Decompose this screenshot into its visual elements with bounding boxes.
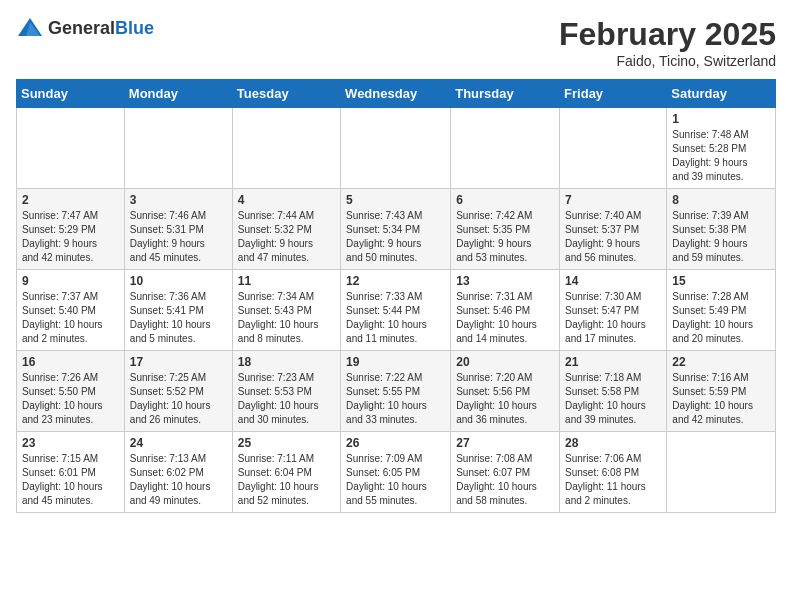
- calendar-day: 10Sunrise: 7:36 AM Sunset: 5:41 PM Dayli…: [124, 270, 232, 351]
- day-number: 22: [672, 355, 770, 369]
- calendar-header-row: SundayMondayTuesdayWednesdayThursdayFrid…: [17, 80, 776, 108]
- calendar-day: 6Sunrise: 7:42 AM Sunset: 5:35 PM Daylig…: [451, 189, 560, 270]
- calendar-day: 13Sunrise: 7:31 AM Sunset: 5:46 PM Dayli…: [451, 270, 560, 351]
- calendar-header-sunday: Sunday: [17, 80, 125, 108]
- day-info: Sunrise: 7:11 AM Sunset: 6:04 PM Dayligh…: [238, 452, 335, 508]
- day-info: Sunrise: 7:28 AM Sunset: 5:49 PM Dayligh…: [672, 290, 770, 346]
- day-number: 20: [456, 355, 554, 369]
- calendar-header-tuesday: Tuesday: [232, 80, 340, 108]
- day-info: Sunrise: 7:06 AM Sunset: 6:08 PM Dayligh…: [565, 452, 661, 508]
- day-number: 8: [672, 193, 770, 207]
- calendar-day: 17Sunrise: 7:25 AM Sunset: 5:52 PM Dayli…: [124, 351, 232, 432]
- day-number: 19: [346, 355, 445, 369]
- calendar-day: 20Sunrise: 7:20 AM Sunset: 5:56 PM Dayli…: [451, 351, 560, 432]
- calendar-day: 28Sunrise: 7:06 AM Sunset: 6:08 PM Dayli…: [560, 432, 667, 513]
- calendar-day: 3Sunrise: 7:46 AM Sunset: 5:31 PM Daylig…: [124, 189, 232, 270]
- day-number: 16: [22, 355, 119, 369]
- day-info: Sunrise: 7:39 AM Sunset: 5:38 PM Dayligh…: [672, 209, 770, 265]
- day-number: 11: [238, 274, 335, 288]
- calendar-day: 5Sunrise: 7:43 AM Sunset: 5:34 PM Daylig…: [341, 189, 451, 270]
- day-info: Sunrise: 7:33 AM Sunset: 5:44 PM Dayligh…: [346, 290, 445, 346]
- calendar-day: [560, 108, 667, 189]
- month-title: February 2025: [559, 16, 776, 53]
- calendar-day: 12Sunrise: 7:33 AM Sunset: 5:44 PM Dayli…: [341, 270, 451, 351]
- logo: GeneralBlue: [16, 16, 154, 40]
- calendar-day: 24Sunrise: 7:13 AM Sunset: 6:02 PM Dayli…: [124, 432, 232, 513]
- day-info: Sunrise: 7:26 AM Sunset: 5:50 PM Dayligh…: [22, 371, 119, 427]
- day-info: Sunrise: 7:40 AM Sunset: 5:37 PM Dayligh…: [565, 209, 661, 265]
- day-info: Sunrise: 7:48 AM Sunset: 5:28 PM Dayligh…: [672, 128, 770, 184]
- day-info: Sunrise: 7:37 AM Sunset: 5:40 PM Dayligh…: [22, 290, 119, 346]
- day-number: 24: [130, 436, 227, 450]
- day-number: 7: [565, 193, 661, 207]
- calendar-day: 18Sunrise: 7:23 AM Sunset: 5:53 PM Dayli…: [232, 351, 340, 432]
- day-number: 13: [456, 274, 554, 288]
- calendar-day: 19Sunrise: 7:22 AM Sunset: 5:55 PM Dayli…: [341, 351, 451, 432]
- calendar-day: 23Sunrise: 7:15 AM Sunset: 6:01 PM Dayli…: [17, 432, 125, 513]
- calendar-day: 7Sunrise: 7:40 AM Sunset: 5:37 PM Daylig…: [560, 189, 667, 270]
- calendar-day: 22Sunrise: 7:16 AM Sunset: 5:59 PM Dayli…: [667, 351, 776, 432]
- calendar-header-thursday: Thursday: [451, 80, 560, 108]
- calendar-day: 25Sunrise: 7:11 AM Sunset: 6:04 PM Dayli…: [232, 432, 340, 513]
- day-info: Sunrise: 7:15 AM Sunset: 6:01 PM Dayligh…: [22, 452, 119, 508]
- calendar-header-friday: Friday: [560, 80, 667, 108]
- calendar-day: [451, 108, 560, 189]
- day-info: Sunrise: 7:22 AM Sunset: 5:55 PM Dayligh…: [346, 371, 445, 427]
- day-info: Sunrise: 7:46 AM Sunset: 5:31 PM Dayligh…: [130, 209, 227, 265]
- calendar-week-5: 23Sunrise: 7:15 AM Sunset: 6:01 PM Dayli…: [17, 432, 776, 513]
- logo-icon: [16, 16, 44, 40]
- calendar-day: [667, 432, 776, 513]
- day-number: 14: [565, 274, 661, 288]
- calendar-day: 27Sunrise: 7:08 AM Sunset: 6:07 PM Dayli…: [451, 432, 560, 513]
- calendar-header-saturday: Saturday: [667, 80, 776, 108]
- calendar-week-3: 9Sunrise: 7:37 AM Sunset: 5:40 PM Daylig…: [17, 270, 776, 351]
- day-info: Sunrise: 7:25 AM Sunset: 5:52 PM Dayligh…: [130, 371, 227, 427]
- day-number: 9: [22, 274, 119, 288]
- day-info: Sunrise: 7:18 AM Sunset: 5:58 PM Dayligh…: [565, 371, 661, 427]
- calendar-header-wednesday: Wednesday: [341, 80, 451, 108]
- day-info: Sunrise: 7:13 AM Sunset: 6:02 PM Dayligh…: [130, 452, 227, 508]
- calendar-day: 15Sunrise: 7:28 AM Sunset: 5:49 PM Dayli…: [667, 270, 776, 351]
- day-number: 4: [238, 193, 335, 207]
- calendar-day: 4Sunrise: 7:44 AM Sunset: 5:32 PM Daylig…: [232, 189, 340, 270]
- day-number: 2: [22, 193, 119, 207]
- calendar-table: SundayMondayTuesdayWednesdayThursdayFrid…: [16, 79, 776, 513]
- day-info: Sunrise: 7:47 AM Sunset: 5:29 PM Dayligh…: [22, 209, 119, 265]
- day-info: Sunrise: 7:31 AM Sunset: 5:46 PM Dayligh…: [456, 290, 554, 346]
- day-number: 6: [456, 193, 554, 207]
- day-info: Sunrise: 7:08 AM Sunset: 6:07 PM Dayligh…: [456, 452, 554, 508]
- day-number: 5: [346, 193, 445, 207]
- day-info: Sunrise: 7:23 AM Sunset: 5:53 PM Dayligh…: [238, 371, 335, 427]
- day-number: 23: [22, 436, 119, 450]
- calendar-day: 26Sunrise: 7:09 AM Sunset: 6:05 PM Dayli…: [341, 432, 451, 513]
- day-number: 12: [346, 274, 445, 288]
- day-number: 28: [565, 436, 661, 450]
- day-info: Sunrise: 7:36 AM Sunset: 5:41 PM Dayligh…: [130, 290, 227, 346]
- calendar-day: 9Sunrise: 7:37 AM Sunset: 5:40 PM Daylig…: [17, 270, 125, 351]
- calendar-day: [124, 108, 232, 189]
- page-header: GeneralBlue February 2025 Faido, Ticino,…: [16, 16, 776, 69]
- calendar-week-2: 2Sunrise: 7:47 AM Sunset: 5:29 PM Daylig…: [17, 189, 776, 270]
- calendar-day: 21Sunrise: 7:18 AM Sunset: 5:58 PM Dayli…: [560, 351, 667, 432]
- day-number: 17: [130, 355, 227, 369]
- logo-text-blue: Blue: [115, 18, 154, 38]
- calendar-day: 2Sunrise: 7:47 AM Sunset: 5:29 PM Daylig…: [17, 189, 125, 270]
- day-number: 15: [672, 274, 770, 288]
- day-info: Sunrise: 7:42 AM Sunset: 5:35 PM Dayligh…: [456, 209, 554, 265]
- day-number: 25: [238, 436, 335, 450]
- day-number: 3: [130, 193, 227, 207]
- location-subtitle: Faido, Ticino, Switzerland: [559, 53, 776, 69]
- logo-text-general: General: [48, 18, 115, 38]
- day-number: 18: [238, 355, 335, 369]
- calendar-day: 14Sunrise: 7:30 AM Sunset: 5:47 PM Dayli…: [560, 270, 667, 351]
- day-number: 26: [346, 436, 445, 450]
- calendar-week-4: 16Sunrise: 7:26 AM Sunset: 5:50 PM Dayli…: [17, 351, 776, 432]
- day-info: Sunrise: 7:43 AM Sunset: 5:34 PM Dayligh…: [346, 209, 445, 265]
- day-info: Sunrise: 7:16 AM Sunset: 5:59 PM Dayligh…: [672, 371, 770, 427]
- day-number: 27: [456, 436, 554, 450]
- calendar-day: 16Sunrise: 7:26 AM Sunset: 5:50 PM Dayli…: [17, 351, 125, 432]
- calendar-day: 1Sunrise: 7:48 AM Sunset: 5:28 PM Daylig…: [667, 108, 776, 189]
- title-area: February 2025 Faido, Ticino, Switzerland: [559, 16, 776, 69]
- day-number: 21: [565, 355, 661, 369]
- calendar-day: [17, 108, 125, 189]
